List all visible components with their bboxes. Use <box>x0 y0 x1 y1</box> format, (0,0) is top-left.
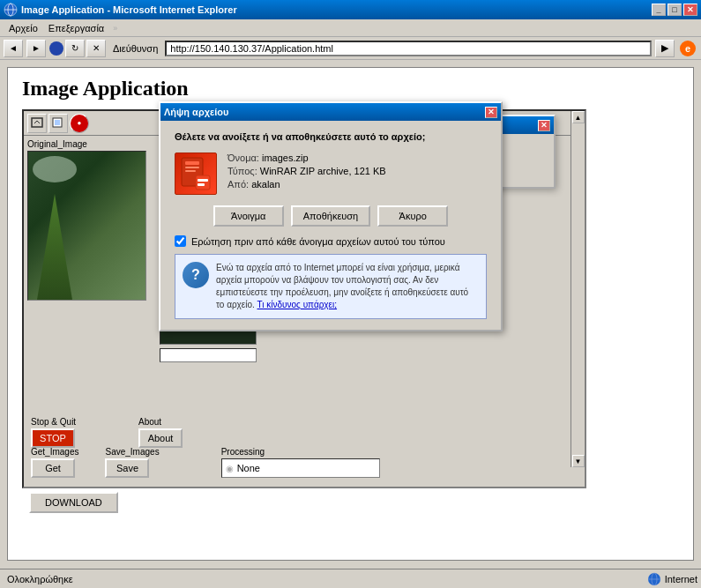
svg-rect-19 <box>198 183 205 186</box>
about-label: About <box>138 417 183 427</box>
warning-text-content: Ενώ τα αρχεία από το Internet μπορεί να … <box>216 262 479 311</box>
file-name-label: Όνομα: <box>227 153 259 163</box>
file-type-label: Τύπος: <box>227 166 257 176</box>
status-right: Internet <box>647 572 697 586</box>
right-input[interactable] <box>160 348 257 362</box>
app-tool-btn-1[interactable] <box>27 114 47 133</box>
browser-right-icons: e <box>678 39 697 58</box>
right-input-row <box>160 348 579 362</box>
address-bar-row: ◄ ► ↻ ✕ Διεύθυνση http://150.140.130.37/… <box>0 37 701 60</box>
warning-section: ? Ενώ τα αρχεία από το Internet μπορεί ν… <box>175 254 487 319</box>
file-from-label: Από: <box>227 179 249 190</box>
file-name-value: images.zip <box>262 153 309 163</box>
about-controls: About About <box>138 417 183 448</box>
dialog-question: Θέλετε να ανοίξετε ή να αποθηκεύσετε αυτ… <box>175 131 487 142</box>
about-button[interactable]: About <box>138 428 183 448</box>
go-button[interactable]: ▶ <box>655 40 675 57</box>
warning-text: Ενώ τα αρχεία από το Internet μπορεί να … <box>216 263 468 309</box>
nav-controls: ↻ ✕ <box>49 40 106 57</box>
download-button[interactable]: DOWNLOAD <box>29 492 118 513</box>
maximize-button[interactable]: □ <box>667 4 682 16</box>
original-image-box <box>27 151 146 301</box>
minimize-button[interactable]: _ <box>652 4 666 16</box>
stop-quit-group: Stop & Quit STOP <box>31 417 76 448</box>
status-bar: Ολοκληρώθηκε Internet <box>0 569 701 588</box>
browser-icon <box>4 3 18 17</box>
dialog-body: Θέλετε να ανοίξετε ή να αποθηκεύσετε αυτ… <box>160 121 501 330</box>
file-type-icon <box>175 153 217 195</box>
svg-rect-15 <box>185 167 199 168</box>
save-images-label: Save_Images <box>105 447 159 457</box>
menu-more: » <box>109 24 121 33</box>
menu-edit[interactable]: Επεξεργασία <box>43 21 109 35</box>
checkbox-row: Ερώτηση πριν από κάθε άνοιγμα αρχείων αυ… <box>175 235 487 247</box>
svg-rect-16 <box>185 170 196 172</box>
address-input[interactable]: http://150.140.130.37/Application.html <box>165 41 652 56</box>
browser-title-bar: Image Application - Microsoft Internet E… <box>0 0 701 19</box>
menu-bar: Αρχείο Επεξεργασία » <box>0 19 701 37</box>
page-title: Image Application <box>22 77 679 100</box>
title-bar-buttons: _ □ ✕ <box>652 4 697 16</box>
dialog-title-text: Λήψη αρχείου <box>164 107 485 117</box>
processing-select[interactable]: ◉ None <box>221 458 380 478</box>
app-tool-btn-3[interactable]: ● <box>70 114 89 133</box>
cancel-button[interactable]: Άκυρο <box>377 205 448 227</box>
file-from-value: akalan <box>251 179 280 190</box>
original-image-label: Original_Image <box>27 139 151 149</box>
checkbox-label: Ερώτηση πριν από κάθε άνοιγμα αρχείων αυ… <box>191 236 445 247</box>
file-type-row: Τύπος: WinRAR ZIP archive, 121 KB <box>227 166 487 176</box>
svg-rect-5 <box>32 118 42 127</box>
svg-rect-7 <box>55 120 60 125</box>
globe-icon <box>49 41 63 56</box>
nav-back-button[interactable]: ◄ <box>4 40 23 57</box>
file-from-row: Από: akalan <box>227 179 487 190</box>
dialog-action-buttons: Άνοιγμα Αποθήκευση Άκυρο <box>175 205 487 227</box>
tree-decoration <box>37 194 72 300</box>
dialog-title-bar: Λήψη αρχείου ✕ <box>160 103 501 121</box>
scroll-up-button[interactable]: ▲ <box>572 111 585 123</box>
nav-refresh-button[interactable]: ↻ <box>65 40 85 57</box>
foliage-deco <box>33 156 77 182</box>
get-button[interactable]: Get <box>31 458 75 478</box>
vertical-scrollbar[interactable]: ▲ ▼ <box>570 111 585 467</box>
address-url: http://150.140.130.37/Application.html <box>170 43 333 54</box>
scroll-down-button[interactable]: ▼ <box>572 455 585 467</box>
svg-text:e: e <box>685 43 690 54</box>
svg-rect-14 <box>185 161 199 165</box>
nav-stop-button[interactable]: ✕ <box>86 40 106 57</box>
svg-rect-17 <box>196 175 210 190</box>
status-text: Ολοκληρώθηκε <box>4 574 647 584</box>
bg-dialog-close-button[interactable]: ✕ <box>538 120 550 131</box>
get-images-label: Get_Images <box>31 447 78 457</box>
ask-always-checkbox[interactable] <box>175 235 186 247</box>
save-button[interactable]: Save <box>105 458 149 478</box>
original-image-panel: Original_Image <box>27 139 151 364</box>
file-download-dialog: Λήψη αρχείου ✕ Θέλετε να ανοίξετε ή να α… <box>159 101 503 331</box>
app-tool-btn-2[interactable] <box>48 114 68 133</box>
processing-value: None <box>237 463 260 473</box>
address-label: Διεύθυνση <box>109 43 161 54</box>
browser-title-text: Image Application - Microsoft Internet E… <box>21 4 652 15</box>
download-area: DOWNLOAD <box>22 488 679 517</box>
zone-label: Internet <box>665 574 697 584</box>
nav-forward-button[interactable]: ► <box>26 40 46 57</box>
svg-rect-18 <box>198 179 208 182</box>
close-button[interactable]: ✕ <box>683 4 697 16</box>
dialog-close-button[interactable]: ✕ <box>485 107 497 118</box>
stop-about-controls: Stop & Quit STOP <box>31 417 76 448</box>
warning-icon: ? <box>183 262 209 288</box>
processing-label: Processing <box>221 447 380 457</box>
open-button[interactable]: Άνοιγμα <box>213 205 284 227</box>
file-name-row: Όνομα: images.zip <box>227 153 487 163</box>
file-details: Όνομα: images.zip Τύπος: WinRAR ZIP arch… <box>227 153 487 195</box>
about-group: About About <box>138 417 183 448</box>
stop-quit-label: Stop & Quit <box>31 417 76 427</box>
menu-file[interactable]: Αρχείο <box>4 21 43 35</box>
processing-icon: ◉ <box>226 464 234 473</box>
processing-group: Processing ◉ None <box>221 447 380 478</box>
bottom-controls: Get_Images Get Save_Images Save Processi… <box>31 447 578 478</box>
ie-logo-icon: e <box>678 39 697 58</box>
save-dialog-button[interactable]: Αποθήκευση <box>291 205 370 227</box>
warning-link[interactable]: Τι κίνδυνος υπάρχει; <box>257 300 338 309</box>
stop-button[interactable]: STOP <box>31 428 75 448</box>
